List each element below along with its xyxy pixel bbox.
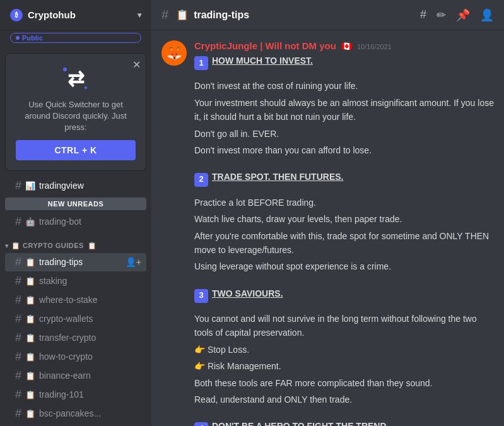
section-4: 4 DON'T BE A HERO TO FIGHT THE TREND. xyxy=(194,419,494,426)
hash-icon: # xyxy=(15,256,21,269)
sidebar-item-trading-bot[interactable]: # 🤖 trading-bot xyxy=(5,213,146,231)
sidebar-item-trading-101[interactable]: # 📋 trading-101 xyxy=(5,386,146,404)
section-3-para-2: 👉 Stop Loss. xyxy=(194,343,494,357)
channel-name: bsc-pancakes... xyxy=(39,408,101,418)
section-3-para-5: Read, understand and ONLY then trade. xyxy=(194,393,494,406)
channel-name: crypto-wallets xyxy=(39,314,93,324)
channel-emoji: 🤖 xyxy=(25,217,35,227)
new-unreads-banner: NEW UNREADS xyxy=(5,198,146,210)
section-2: 2 TRADE SPOT. THEN FUTURES. Practice a l… xyxy=(194,170,494,273)
sidebar-item-crypto-wallets[interactable]: # 📋 crypto-wallets xyxy=(5,310,146,328)
close-button[interactable]: ✕ xyxy=(132,59,141,71)
section-1-para-3: Don't go all in. EVER. xyxy=(194,127,494,141)
sidebar-item-staking[interactable]: # 📋 staking xyxy=(5,272,146,290)
members-icon[interactable]: 👤 xyxy=(480,8,494,22)
sidebar-item-how-to-crypto[interactable]: # 📋 how-to-crypto xyxy=(5,348,146,366)
category-emoji: 📋 xyxy=(11,242,21,250)
section-4-title-row: 4 DON'T BE A HERO TO FIGHT THE TREND. xyxy=(194,419,494,426)
topbar-actions: # ✏ 📌 👤 xyxy=(420,8,494,22)
hash-icon: # xyxy=(15,407,21,420)
topbar-channel-text: trading-tips xyxy=(194,9,249,21)
hashtag-icon[interactable]: # xyxy=(420,8,426,21)
channel-emoji: 📋 xyxy=(25,352,35,362)
section-2-heading: TRADE SPOT. THEN FUTURES. xyxy=(212,170,343,184)
channel-name: tradingview xyxy=(39,180,84,191)
hash-icon: # xyxy=(15,179,21,192)
server-header[interactable]: ₿ Cryptohub ▾ xyxy=(0,0,151,30)
hash-icon: # xyxy=(15,369,21,382)
section-3-para-4: Both these tools are FAR more complicate… xyxy=(194,376,494,390)
section-1-heading: HOW MUCH TO INVEST. xyxy=(212,54,313,68)
quick-switcher-icon-area: ⇄ xyxy=(16,64,136,94)
channel-name: where-to-stake xyxy=(39,295,98,305)
sidebar-item-cb-earn-free-cr[interactable]: # 📋 cb-earn-free-cr... xyxy=(5,423,146,426)
message-content: 1 HOW MUCH TO INVEST. Don't invest at th… xyxy=(194,54,494,426)
sidebar-item-where-to-stake[interactable]: # 📋 where-to-stake xyxy=(5,291,146,309)
sidebar-item-binance-earn[interactable]: # 📋 binance-earn xyxy=(5,367,146,385)
public-label: Public xyxy=(22,34,43,42)
hash-icon: # xyxy=(15,275,21,288)
message-flag-emoji: 🇨🇦 xyxy=(341,41,352,51)
channel-name: transfer-crypto xyxy=(39,333,96,343)
channel-name: how-to-crypto xyxy=(39,352,93,362)
pencil-icon[interactable]: ✏ xyxy=(437,8,446,22)
avatar: 🦊 xyxy=(161,40,187,66)
channel-emoji: 📋 xyxy=(25,257,35,267)
sidebar-item-tradingview[interactable]: # 📊 tradingview xyxy=(5,177,146,195)
section-2-para-4: Using leverage without spot experience i… xyxy=(194,259,494,273)
server-icon: ₿ xyxy=(10,9,23,21)
channel-emoji: 📋 xyxy=(25,390,35,399)
section-3-para-3: 👉 Risk Management. xyxy=(194,359,494,373)
channel-emoji: 📊 xyxy=(25,181,35,191)
hash-icon: # xyxy=(15,350,21,364)
section-4-number: 4 xyxy=(194,422,208,426)
channel-emoji: 📋 xyxy=(25,295,35,305)
add-user-icon[interactable]: 👤+ xyxy=(126,257,141,267)
server-name: Cryptohub xyxy=(28,9,76,20)
sidebar-item-bsc-pancakes[interactable]: # 📋 bsc-pancakes... xyxy=(5,405,146,423)
section-2-number: 2 xyxy=(194,173,208,187)
channel-emoji: 📋 xyxy=(25,409,35,418)
message-header: CrypticJungle | Will not DM you 🇨🇦 10/16… xyxy=(194,40,494,51)
message-timestamp: 10/16/2021 xyxy=(357,43,392,50)
sidebar-item-transfer-crypto[interactable]: # 📋 transfer-crypto xyxy=(5,329,146,347)
server-header-left: ₿ Cryptohub xyxy=(10,9,76,21)
message: 🦊 CrypticJungle | Will not DM you 🇨🇦 10/… xyxy=(161,40,494,426)
message-author: CrypticJungle | Will not DM you xyxy=(194,40,336,51)
section-1-number: 1 xyxy=(194,56,208,70)
dot-right xyxy=(85,86,87,89)
channel-name: trading-bot xyxy=(39,216,81,227)
section-3-title-row: 3 TWO SAVIOURS. xyxy=(194,287,494,305)
section-2-para-1: Practice a lot BEFORE trading. xyxy=(194,196,494,210)
hash-icon: # xyxy=(15,388,21,401)
ctrl-k-button[interactable]: CTRL + K xyxy=(16,140,136,160)
category-arrow-icon: ▾ xyxy=(5,242,9,249)
chevron-down-icon: ▾ xyxy=(138,11,141,20)
section-1-para-2: Your investment should always be an almo… xyxy=(194,96,494,124)
topbar-channel-name: 📋 trading-tips xyxy=(176,9,249,21)
channel-emoji: 📋 xyxy=(25,276,35,286)
hash-icon: # xyxy=(15,215,21,228)
section-3-number: 3 xyxy=(194,289,208,303)
hash-icon: # xyxy=(15,312,21,326)
section-1-para-4: Don't invest more than you can afford to… xyxy=(194,143,494,157)
sidebar: ₿ Cryptohub ▾ Public ✕ ⇄ Use Quick Switc… xyxy=(0,0,151,426)
section-4-heading: DON'T BE A HERO TO FIGHT THE TREND. xyxy=(212,419,389,426)
channel-emoji: 📋 xyxy=(25,314,35,324)
sidebar-item-trading-tips[interactable]: # 📋 trading-tips 👤+ xyxy=(5,253,146,271)
hash-icon: # xyxy=(15,293,21,307)
category-name: CRYPTO GUIDES xyxy=(23,242,84,249)
quick-switcher-popup: ✕ ⇄ Use Quick Switcher to get around Dis… xyxy=(5,53,146,171)
public-badge: Public xyxy=(10,33,141,43)
section-1-para-1: Don't invest at the cost of ruining your… xyxy=(194,79,494,93)
section-1-title-row: 1 HOW MUCH TO INVEST. xyxy=(194,54,494,73)
arrows-icon: ⇄ xyxy=(61,64,91,94)
section-2-title-row: 2 TRADE SPOT. THEN FUTURES. xyxy=(194,170,494,189)
channel-name: binance-earn xyxy=(39,370,91,381)
section-2-para-3: After you're comfortable with this, trad… xyxy=(194,229,494,257)
main-content: # 📋 trading-tips # ✏ 📌 👤 🦊 CrypticJungle… xyxy=(151,0,504,426)
pin-icon[interactable]: 📌 xyxy=(456,8,470,22)
section-2-para-2: Watch live charts, draw your levels, the… xyxy=(194,212,494,226)
category-crypto-guides[interactable]: ▾ 📋 CRYPTO GUIDES 📋 xyxy=(0,232,151,252)
section-1: 1 HOW MUCH TO INVEST. Don't invest at th… xyxy=(194,54,494,157)
